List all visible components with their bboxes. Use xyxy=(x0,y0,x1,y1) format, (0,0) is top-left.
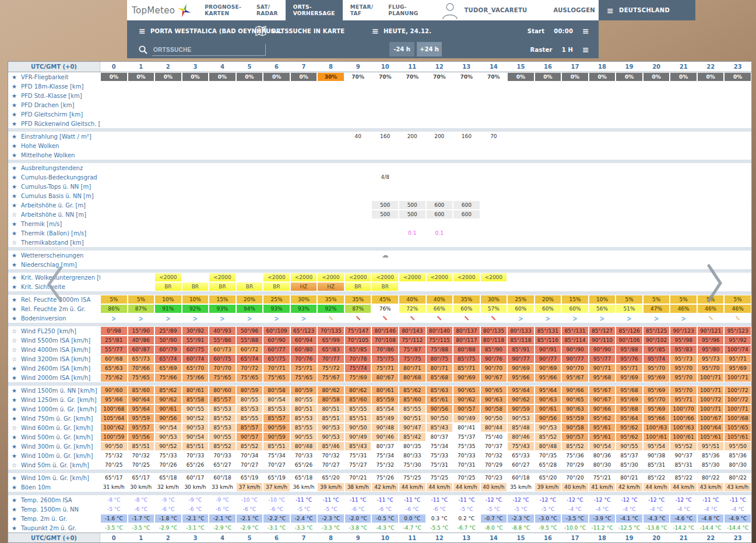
favorite-star[interactable]: ★ xyxy=(12,152,18,158)
favorite-star[interactable]: ★ xyxy=(12,375,18,381)
tab-flugplanung[interactable]: FLUG- PLANUNG xyxy=(381,0,426,20)
favorite-star[interactable]: ★ xyxy=(12,434,18,440)
favorite-star[interactable]: ★ xyxy=(12,143,18,149)
cell: BR xyxy=(345,283,371,291)
favorite-star[interactable]: ★ xyxy=(12,516,18,522)
favorite-star[interactable]: ★ xyxy=(12,274,18,281)
logout-button[interactable]: AUSLOGGEN xyxy=(553,7,595,13)
cell xyxy=(644,91,670,100)
cell: 5% xyxy=(644,295,670,304)
favorite-star[interactable]: ★ xyxy=(12,165,18,171)
favorite-star[interactable]: ★ xyxy=(12,102,18,108)
favorite-star[interactable]: ★ xyxy=(12,202,18,209)
row-label: ★Wind 2600m ISA [km/h] xyxy=(8,364,100,373)
hours-footer-row: UTC/GMT (+0) 012345678910111213141516171… xyxy=(8,533,751,543)
cell xyxy=(263,101,290,109)
favorite-star[interactable]: ★ xyxy=(12,230,18,237)
user-menu[interactable]: TUDOR_VACARETU xyxy=(442,0,527,20)
tab-sat-radar[interactable]: SAT/ RADAR xyxy=(249,0,286,20)
cell xyxy=(616,210,642,218)
previous-day-chevron[interactable] xyxy=(45,266,64,303)
favorite-star[interactable]: ☆ xyxy=(12,347,18,353)
cell xyxy=(101,260,127,269)
cell xyxy=(182,273,209,281)
favorite-star[interactable]: ★ xyxy=(12,193,18,199)
favorite-star[interactable]: ☆ xyxy=(12,425,18,431)
cell xyxy=(698,110,724,118)
row-temp-1500m-nn: ★Temp. 1500m ü. NN-5 °C-6 °C-6 °C-6 °C-6… xyxy=(8,505,751,514)
raster-control[interactable]: Raster 1 H ≡ xyxy=(530,45,589,54)
favorite-star[interactable]: ★ xyxy=(12,252,18,259)
cell xyxy=(263,119,290,128)
brand-logo[interactable]: TopMeteo xyxy=(127,0,197,20)
favorite-star[interactable]: ★ xyxy=(12,497,18,503)
tab-metar-taf[interactable]: METAR/ TAF xyxy=(343,0,381,20)
favorite-star[interactable]: ★ xyxy=(12,74,18,80)
cell: 100°/70 xyxy=(670,405,697,413)
favorite-star[interactable]: ★ xyxy=(12,365,18,372)
favorite-star[interactable]: ★ xyxy=(12,475,18,481)
map-search-button[interactable]: ORTSSUCHE IN KARTE xyxy=(255,25,344,37)
cell: 80°/58 xyxy=(318,396,344,404)
favorite-star[interactable]: ★ xyxy=(12,315,18,322)
search-input[interactable] xyxy=(152,44,266,56)
favorite-star[interactable]: ★ xyxy=(12,443,18,450)
favorite-star[interactable]: ★ xyxy=(12,262,18,268)
row-label: ☆Wind 4000m ISA [km/h] xyxy=(8,345,100,354)
cell xyxy=(562,91,588,100)
cell: -12 °C xyxy=(644,496,670,504)
tab-ortsvorhersage-active[interactable]: ORTS- VORHERSAGE xyxy=(286,0,343,20)
cell: 20% xyxy=(535,295,561,304)
favorite-star[interactable]: ★ xyxy=(12,415,18,422)
cell: -6 °C xyxy=(263,505,290,513)
favorite-star[interactable]: ★ xyxy=(12,133,18,140)
start-time-control[interactable]: Start 00:00 ≡ xyxy=(528,27,589,35)
favorite-star[interactable]: ☆ xyxy=(12,356,18,362)
plus-24h-button[interactable]: +24 h xyxy=(417,42,442,57)
favorite-star[interactable]: ★ xyxy=(12,83,18,90)
favorite-star[interactable]: ★ xyxy=(12,221,18,227)
favorite-star[interactable]: ★ xyxy=(12,453,18,459)
favorite-star[interactable]: ☆ xyxy=(12,328,18,334)
favorite-star[interactable]: ★ xyxy=(12,387,18,394)
row-wind-750m-gr-km-h: ★Wind 750m ü. Gr. [km/h]105°/6495°/5990°… xyxy=(8,414,751,423)
tab-label: ORTS- xyxy=(293,4,335,10)
favorite-star[interactable]: ☆ xyxy=(12,462,18,468)
favorite-star[interactable]: ☆ xyxy=(12,239,18,246)
cell: -12 °C xyxy=(508,496,534,504)
tab-prognose-karten[interactable]: PROGNOSE- KARTEN xyxy=(197,0,249,20)
favorite-star[interactable]: ★ xyxy=(12,506,18,513)
cell xyxy=(399,142,426,150)
cell: 95°/68 xyxy=(616,386,642,394)
favorite-star[interactable]: ★ xyxy=(12,284,18,290)
minus-24h-button[interactable]: -24 h xyxy=(389,42,414,57)
cell: 85°/55 xyxy=(237,414,263,422)
favorite-star[interactable]: ★ xyxy=(12,525,18,531)
favorite-star[interactable]: ★ xyxy=(12,484,18,491)
country-selector[interactable]: ≡ DEUTSCHLAND xyxy=(599,0,695,20)
cell xyxy=(725,151,751,159)
favorite-star[interactable]: ☆ xyxy=(12,337,18,344)
favorite-star[interactable]: ★ xyxy=(12,121,18,127)
favorite-star[interactable]: ★ xyxy=(12,397,18,403)
favorite-star[interactable]: ★ xyxy=(12,174,18,181)
cell: 85°/52 xyxy=(209,414,235,422)
cell xyxy=(399,192,426,200)
row-label: ☆Thermikabstand [km] xyxy=(8,238,100,247)
favorite-star[interactable]: ★ xyxy=(12,93,18,99)
next-day-chevron[interactable] xyxy=(704,263,724,303)
cell: -12 °C xyxy=(535,496,561,504)
row-label: ★Thermik [m/s] xyxy=(8,219,100,228)
cell: 90°/37 xyxy=(670,452,697,460)
cell: 80°/55 xyxy=(237,396,263,404)
cell xyxy=(535,132,561,140)
date-menu[interactable]: ≡ HEUTE, 24.12. xyxy=(372,27,431,35)
favorite-star[interactable]: ★ xyxy=(12,306,18,312)
favorite-star[interactable]: ★ xyxy=(12,111,18,118)
favorite-star[interactable]: ☆ xyxy=(12,211,18,218)
favorite-star[interactable]: ★ xyxy=(12,297,18,303)
favorite-star[interactable]: ★ xyxy=(12,184,18,190)
favorite-star[interactable]: ★ xyxy=(12,406,18,412)
cell: -12 °C xyxy=(589,496,616,504)
cell: 60°/94 xyxy=(291,336,317,344)
